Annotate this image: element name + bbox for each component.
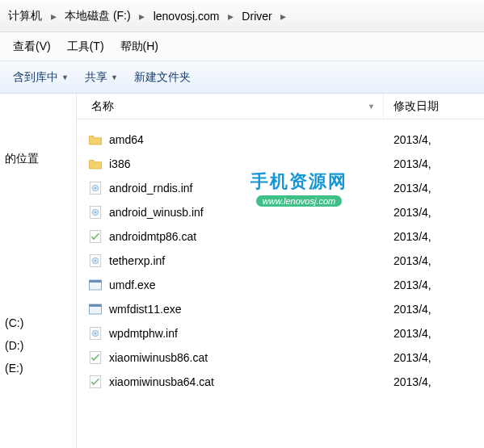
main-panel: 名称 ▼ 修改日期 手机资源网 www.lenovosj.com amd6420… xyxy=(77,94,484,448)
file-date: 2013/4, xyxy=(384,182,484,195)
chevron-right-icon[interactable]: ▸ xyxy=(136,10,149,23)
file-row[interactable]: androidmtp86.cat2013/4, xyxy=(77,224,484,249)
sidebar-drive-e[interactable]: (E:) xyxy=(5,357,71,379)
file-name: tetherxp.inf xyxy=(109,254,384,267)
column-header-name-label: 名称 xyxy=(91,99,114,114)
add-to-library-button[interactable]: 含到库中 ▼ xyxy=(5,67,77,88)
exe-icon xyxy=(86,276,104,294)
file-list: 手机资源网 www.lenovosj.com amd642013/4,i3862… xyxy=(77,119,484,402)
sidebar: 的位置 (C:) (D:) (E:) xyxy=(0,94,77,448)
share-label: 共享 xyxy=(85,70,107,85)
column-headers: 名称 ▼ 修改日期 xyxy=(77,94,484,119)
column-header-date[interactable]: 修改日期 xyxy=(384,94,484,119)
file-name: xiaomiwinusb86.cat xyxy=(109,351,384,364)
cat-icon xyxy=(86,228,104,245)
dropdown-icon: ▼ xyxy=(61,73,69,82)
file-row[interactable]: wmfdist11.exe2013/4, xyxy=(77,297,484,321)
file-date: 2013/4, xyxy=(384,278,484,291)
sidebar-location-label: 的位置 xyxy=(5,103,71,182)
file-name: amd64 xyxy=(109,133,384,146)
column-header-name[interactable]: 名称 ▼ xyxy=(77,94,384,119)
breadcrumb-item[interactable]: 计算机 xyxy=(3,6,47,27)
menu-tools[interactable]: 工具(T) xyxy=(59,36,112,57)
file-name: umdf.exe xyxy=(109,278,384,291)
column-header-date-label: 修改日期 xyxy=(394,99,439,114)
new-folder-button[interactable]: 新建文件夹 xyxy=(126,67,199,88)
file-name: androidmtp86.cat xyxy=(109,230,384,243)
file-name: wmfdist11.exe xyxy=(109,303,384,316)
file-date: 2013/4, xyxy=(384,327,484,340)
share-button[interactable]: 共享 ▼ xyxy=(77,67,126,88)
file-name: i386 xyxy=(109,157,384,170)
dropdown-icon: ▼ xyxy=(111,73,118,82)
inf-icon xyxy=(86,179,104,197)
file-row[interactable]: android_winusb.inf2013/4, xyxy=(77,200,484,224)
file-row[interactable]: xiaomiwinusb86.cat2013/4, xyxy=(77,345,484,370)
menu-view[interactable]: 查看(V) xyxy=(5,36,59,57)
breadcrumb-item[interactable]: 本地磁盘 (F:) xyxy=(60,6,136,27)
file-date: 2013/4, xyxy=(384,206,484,219)
inf-icon xyxy=(86,252,104,270)
file-date: 2013/4, xyxy=(384,303,484,316)
new-folder-label: 新建文件夹 xyxy=(134,70,191,85)
file-name: wpdmtphw.inf xyxy=(109,327,384,340)
file-name: android_winusb.inf xyxy=(109,206,384,219)
file-row[interactable]: amd642013/4, xyxy=(77,128,484,152)
sort-indicator-icon: ▼ xyxy=(368,103,383,111)
folder-icon xyxy=(86,155,104,173)
toolbar: 含到库中 ▼ 共享 ▼ 新建文件夹 xyxy=(0,61,484,94)
chevron-right-icon[interactable]: ▸ xyxy=(224,10,237,23)
file-date: 2013/4, xyxy=(384,133,484,146)
file-date: 2013/4, xyxy=(384,351,484,364)
file-row[interactable]: tetherxp.inf2013/4, xyxy=(77,249,484,273)
chevron-right-icon[interactable]: ▸ xyxy=(277,10,290,23)
menu-help[interactable]: 帮助(H) xyxy=(112,36,166,57)
file-row[interactable]: android_rndis.inf2013/4, xyxy=(77,176,484,200)
file-date: 2013/4, xyxy=(384,157,484,170)
sidebar-drive-c[interactable]: (C:) xyxy=(5,312,71,334)
file-row[interactable]: wpdmtphw.inf2013/4, xyxy=(77,321,484,345)
file-date: 2013/4, xyxy=(384,375,484,388)
file-date: 2013/4, xyxy=(384,254,484,267)
file-row[interactable]: umdf.exe2013/4, xyxy=(77,273,484,297)
add-to-library-label: 含到库中 xyxy=(13,70,58,85)
sidebar-drive-d[interactable]: (D:) xyxy=(5,334,71,357)
breadcrumb-item[interactable]: lenovosj.com xyxy=(149,6,225,26)
inf-icon xyxy=(86,324,104,342)
file-row[interactable]: i3862013/4, xyxy=(77,152,484,176)
chevron-right-icon[interactable]: ▸ xyxy=(47,10,60,23)
exe-icon xyxy=(86,300,104,318)
content-area: 的位置 (C:) (D:) (E:) 名称 ▼ 修改日期 手机资源网 www.l… xyxy=(0,94,484,448)
breadcrumb: 计算机 ▸ 本地磁盘 (F:) ▸ lenovosj.com ▸ Driver … xyxy=(0,0,484,32)
breadcrumb-item[interactable]: Driver xyxy=(237,6,276,26)
cat-icon xyxy=(86,349,104,366)
file-name: xiaomiwinusba64.cat xyxy=(109,375,384,388)
cat-icon xyxy=(86,373,104,391)
menu-bar: 查看(V) 工具(T) 帮助(H) xyxy=(0,32,484,61)
file-name: android_rndis.inf xyxy=(109,182,384,195)
folder-icon xyxy=(86,131,104,149)
inf-icon xyxy=(86,203,104,221)
file-date: 2013/4, xyxy=(384,230,484,243)
file-row[interactable]: xiaomiwinusba64.cat2013/4, xyxy=(77,370,484,394)
